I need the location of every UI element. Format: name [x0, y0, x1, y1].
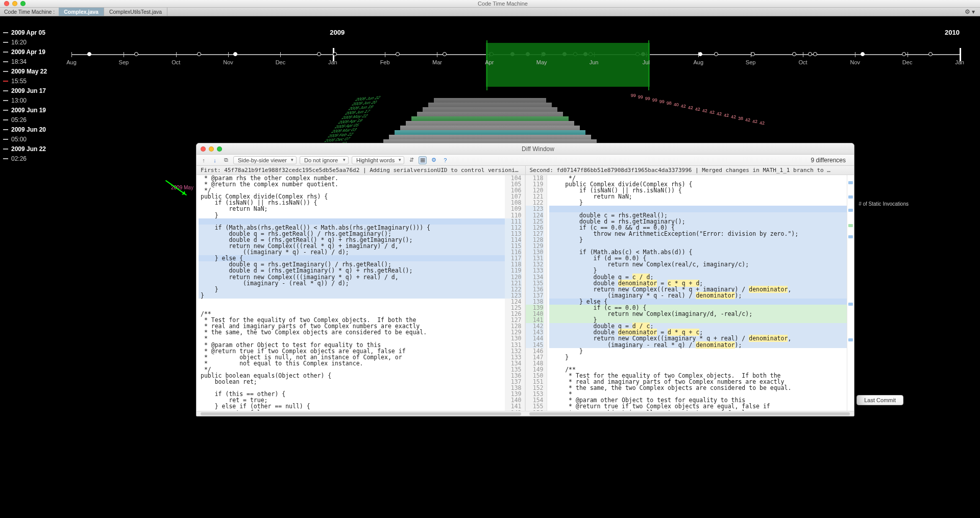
commit-list-row[interactable]: 05:26 [3, 115, 47, 125]
prev-diff-icon[interactable]: ↑ [200, 156, 208, 164]
code-line: double denominator = c * q + d; [549, 280, 847, 286]
commit-dot[interactable] [813, 52, 817, 56]
gear-icon[interactable]: ⚙ ▾ [960, 8, 980, 16]
code-line: } [549, 354, 847, 360]
zoom-icon[interactable] [217, 146, 222, 152]
commit-dot[interactable] [861, 52, 865, 56]
diff-count: 9 differences [811, 157, 851, 164]
commit-list-row[interactable]: 18:34 [3, 57, 47, 66]
commit-list-row[interactable]: 15:55 [3, 76, 47, 86]
tab-complexutilstest-java[interactable]: ComplexUtilsTest.java [104, 8, 167, 16]
commit-list-row[interactable]: 02:26 [3, 154, 47, 163]
commit-dot[interactable] [902, 52, 906, 56]
code-line: double d = rhs.getImaginary(); [549, 218, 847, 225]
right-source[interactable]: */ public Complex divide(Complex rhs) { … [547, 175, 847, 411]
commit-dot[interactable] [317, 52, 321, 56]
sync-scroll-icon[interactable]: ▦ [419, 156, 427, 164]
minimize-icon[interactable] [12, 1, 17, 6]
commit-dot[interactable] [233, 52, 237, 56]
timeline[interactable]: 2009 2010 AugSepOctNovDecJanFebMarAprMay… [71, 29, 960, 85]
next-diff-icon[interactable]: ↓ [211, 156, 219, 164]
month-label: Nov [850, 59, 861, 65]
commit-list-row[interactable]: 2009 May 22 [3, 66, 47, 76]
commit-dot[interactable] [333, 52, 337, 56]
diff-horizontal-scrollbar[interactable] [197, 411, 854, 416]
ignore-mode-select[interactable]: Do not ignore [300, 156, 349, 164]
commit-list-label: 2009 Jun 19 [11, 107, 46, 114]
collapse-unchanged-icon[interactable]: ⇵ [407, 156, 415, 164]
last-commit-label: Last Commit [864, 397, 896, 403]
copy-icon[interactable]: ⧉ [222, 156, 230, 164]
last-commit-button[interactable]: Last Commit [856, 395, 903, 405]
commit-list-row[interactable]: 05:00 [3, 134, 47, 144]
left-source[interactable]: * @param rhs the other complex number. *… [197, 175, 505, 411]
window-traffic-lights [4, 1, 26, 6]
settings-icon[interactable]: ⚙ [430, 156, 438, 164]
commit-list-label: 2009 May 22 [11, 68, 47, 75]
zoom-icon[interactable] [20, 1, 26, 6]
timeline-selection[interactable] [486, 43, 650, 87]
metric-axis-label: # of Static Invocations [859, 201, 909, 207]
code-line: return NaN; [549, 193, 847, 200]
code-line: } [549, 200, 847, 206]
commit-list-row[interactable]: 13:00 [3, 95, 47, 105]
month-label: Jan [328, 59, 337, 65]
commit-list-row[interactable]: 16:20 [3, 37, 47, 47]
month-label: May [536, 59, 547, 65]
app-title: Code Time Machine [26, 1, 980, 7]
commit-list-row[interactable]: 2009 Jun 22 [3, 144, 47, 154]
commit-list-label: 15:55 [11, 78, 27, 85]
code-line [199, 218, 505, 225]
code-line: double c = rhs.getReal(); [549, 212, 847, 218]
close-icon[interactable] [4, 1, 9, 6]
month-label: Mar [432, 59, 442, 65]
ignore-mode-label: Do not ignore [304, 157, 338, 163]
commit-dot[interactable] [134, 52, 138, 56]
commit-dot[interactable] [714, 52, 718, 56]
highlight-mode-select[interactable]: Highlight words [352, 156, 404, 164]
commit-list-label: 13:00 [11, 97, 27, 104]
commit-dot[interactable] [87, 52, 91, 56]
help-icon[interactable]: ? [441, 156, 449, 164]
commit-list-row[interactable]: 2009 Jun 17 [3, 86, 47, 95]
minimize-icon[interactable] [209, 146, 214, 152]
commit-list-label: 2009 Apr 19 [11, 48, 45, 56]
diff-overview-ruler[interactable] [847, 175, 854, 411]
commit-list-row[interactable]: 2009 Jun 19 [3, 105, 47, 115]
commit-dot[interactable] [928, 52, 933, 56]
commit-dot[interactable] [396, 52, 400, 56]
commit-dot[interactable] [443, 52, 447, 56]
code-line: * object is null, not an instance of Com… [199, 354, 505, 360]
code-line: return new Complex(((imaginary * q) + re… [199, 274, 505, 280]
code-line: } [199, 212, 505, 218]
commit-dot[interactable] [792, 52, 796, 56]
tab-complex-java[interactable]: Complex.java [59, 8, 104, 16]
commit-list-label: 2009 Jun 22 [11, 145, 46, 153]
code-line: * @return the complex number quotient. [199, 181, 505, 187]
commit-list-label: 02:26 [11, 155, 27, 162]
commit-list-row[interactable]: 2009 Apr 19 [3, 47, 47, 57]
code-line: * the same, the two Complex objects are … [199, 329, 505, 335]
metric-values: 99999999999840424242424242424238424242 [630, 93, 766, 98]
year-label-right: 2010 [945, 29, 960, 36]
month-label: Dec [902, 59, 913, 65]
month-label: Nov [223, 59, 233, 65]
commit-list-label: 18:34 [11, 58, 27, 65]
viewer-mode-select[interactable]: Side-by-side viewer [233, 156, 297, 164]
highlight-mode-label: Highlight words [356, 157, 395, 163]
diff-toolbar: ↑ ↓ ⧉ Side-by-side viewer Do not ignore … [197, 155, 854, 166]
commit-list-row[interactable]: 2009 Jun 20 [3, 125, 47, 134]
code-line [549, 360, 847, 366]
commit-list-row[interactable]: 2009 Apr 05 [3, 28, 47, 37]
commit-dot[interactable] [751, 52, 755, 56]
commit-dot[interactable] [698, 52, 702, 56]
commit-dot[interactable] [197, 52, 201, 56]
code-line: (imaginary - (real * q)) / d); [199, 280, 505, 286]
timeline-axis [71, 54, 960, 55]
month-label: Apr [485, 59, 494, 65]
code-line: (imaginary - real * q) / denominator); [549, 342, 847, 348]
commit-dot[interactable] [808, 52, 812, 56]
close-icon[interactable] [201, 146, 206, 152]
code-line: double q = c / d; [549, 274, 847, 280]
tabbar-label: Code Time Machine : [0, 8, 59, 16]
